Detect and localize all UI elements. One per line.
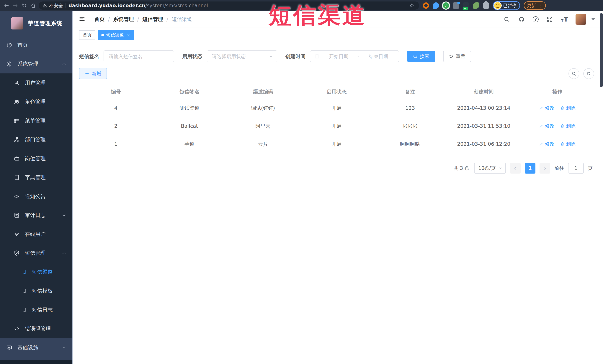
table-row: 2 Ballcat 阿里云 开启 啦啦啦 2021-03-31 11:53:10…	[79, 117, 594, 135]
breadcrumb: 首页 / 系统管理 / 短信管理 / 短信渠道	[94, 16, 192, 23]
profile-emoji-icon	[494, 2, 501, 9]
sidebar-item-error-code-management[interactable]: 错误码管理	[0, 319, 73, 338]
sidebar-item-label: 字典管理	[25, 174, 46, 181]
start-date-placeholder[interactable]: 开始日期	[323, 53, 355, 60]
page-number-button[interactable]: 1	[525, 163, 535, 174]
sidebar-item-infrastructure[interactable]: 基础设施	[0, 338, 73, 357]
browser-reload-icon[interactable]	[21, 2, 28, 9]
breadcrumb-system-management[interactable]: 系统管理	[113, 16, 134, 23]
breadcrumb-home[interactable]: 首页	[94, 16, 105, 23]
date-range-picker[interactable]: 开始日期 - 结束日期	[310, 50, 399, 62]
sidebar-item-label: 岗位管理	[25, 155, 46, 162]
tab-close-icon[interactable]: ×	[127, 33, 130, 37]
search-button[interactable]: 搜索	[407, 51, 435, 62]
edit-link[interactable]: 修改	[539, 105, 555, 111]
goto-page-input[interactable]: 1	[568, 163, 584, 174]
avatar[interactable]	[576, 14, 586, 25]
chevron-down-icon	[269, 54, 273, 59]
sidebar-item-role-management[interactable]: 角色管理	[0, 92, 73, 111]
header-search-icon[interactable]	[503, 16, 510, 23]
end-date-placeholder[interactable]: 结束日期	[362, 53, 394, 60]
col-code: 渠道编码	[226, 85, 300, 99]
next-page-button[interactable]	[540, 163, 550, 174]
extension-grid-icon[interactable]	[453, 2, 459, 9]
browser-back-icon[interactable]	[3, 2, 10, 9]
chevron-down-icon	[498, 166, 503, 170]
browser-forward-icon[interactable]	[12, 2, 19, 9]
delete-label: 删除	[566, 105, 576, 111]
code-icon	[14, 326, 20, 332]
font-size-icon[interactable]: TT	[561, 16, 568, 22]
page-size-select[interactable]: 10条/页	[474, 163, 506, 174]
sidebar-item-label: 短信日志	[32, 306, 53, 313]
sidebar-item-sms-channel[interactable]: 短信渠道	[0, 263, 73, 281]
avatar-caret-down-icon[interactable]	[591, 18, 595, 20]
edit-label: 修改	[545, 141, 555, 147]
sidebar-item-sms-template[interactable]: 短信模板	[0, 281, 73, 300]
extension-on-badge-icon[interactable]	[463, 2, 469, 9]
extension-strip: ✓ 已暂停 更新 ⋮	[423, 1, 546, 10]
browser-home-icon[interactable]	[30, 2, 37, 9]
extension-check-icon[interactable]: ✓	[443, 2, 449, 9]
sidebar-item-post-management[interactable]: 岗位管理	[0, 149, 73, 168]
chevron-up-icon	[62, 62, 67, 66]
tab-home[interactable]: 首页	[79, 30, 95, 40]
page-scrollbar[interactable]	[600, 13, 603, 87]
extension-orange-icon[interactable]	[423, 2, 429, 9]
audit-log-icon	[14, 212, 20, 218]
app-title: 芋道管理系统	[28, 20, 62, 27]
sidebar-item-label: 在线用户	[25, 231, 46, 238]
sidebar-item-audit-log[interactable]: 审计日志	[0, 206, 73, 225]
sidebar-toggle-icon[interactable]	[79, 16, 86, 23]
profile-paused-badge[interactable]: 已暂停	[493, 1, 520, 10]
sign-input[interactable]	[104, 51, 174, 62]
reset-button[interactable]: 重置	[443, 51, 471, 62]
fullscreen-icon[interactable]	[546, 16, 554, 23]
sidebar-item-home[interactable]: 首页	[0, 36, 73, 55]
delete-link[interactable]: 删除	[560, 123, 576, 129]
sidebar-item-online-users[interactable]: 在线用户	[0, 225, 73, 244]
sidebar-item-label: 通知公告	[25, 193, 46, 200]
edit-link[interactable]: 修改	[539, 123, 555, 129]
sidebar-item-sms-log[interactable]: 短信日志	[0, 300, 73, 319]
extension-leaf-icon[interactable]	[473, 2, 479, 9]
prev-page-button[interactable]	[510, 163, 521, 174]
app-logo	[11, 17, 23, 30]
users-icon	[14, 99, 20, 105]
search-button-label: 搜索	[420, 53, 429, 60]
sidebar-item-notice-announcement[interactable]: 通知公告	[0, 187, 73, 206]
gear-icon	[6, 61, 12, 67]
github-icon[interactable]	[518, 16, 525, 23]
security-warning[interactable]: 不安全	[42, 3, 63, 9]
delete-link[interactable]: 删除	[560, 141, 576, 147]
sidebar-item-system-management[interactable]: 系统管理	[0, 55, 73, 73]
extension-drop-icon[interactable]	[433, 2, 439, 9]
pencil-icon	[539, 124, 544, 128]
sidebar-item-menu-management[interactable]: 菜单管理	[0, 111, 73, 130]
sidebar-item-dict-management[interactable]: 字典管理	[0, 168, 73, 187]
toggle-search-button[interactable]	[568, 68, 579, 79]
sidebar-item-department-management[interactable]: 部门管理	[0, 130, 73, 149]
date-range-separator: -	[358, 54, 359, 59]
pagination: 共 3 条 10条/页 1 前往 1 页	[79, 163, 594, 174]
refresh-table-button[interactable]	[583, 68, 594, 79]
bookmark-star-icon[interactable]	[408, 2, 415, 9]
tab-sms-channel[interactable]: 短信渠道 ×	[98, 30, 134, 40]
browser-update-button[interactable]: 更新 ⋮	[524, 1, 546, 10]
breadcrumb-separator: /	[137, 16, 139, 22]
edit-link[interactable]: 修改	[539, 141, 555, 147]
sidebar-item-sms-management[interactable]: 短信管理	[0, 244, 73, 263]
delete-link[interactable]: 删除	[560, 105, 576, 111]
status-select[interactable]: 请选择启用状态	[207, 50, 277, 62]
breadcrumb-sms-management[interactable]: 短信管理	[142, 16, 163, 23]
add-button[interactable]: 新增	[79, 68, 107, 79]
sidebar-item-user-management[interactable]: 用户管理	[0, 73, 73, 92]
edit-label: 修改	[545, 123, 555, 129]
sidebar: 芋道管理系统 首页 系统管理 用户管理	[0, 11, 73, 364]
phone-icon	[22, 269, 27, 275]
extensions-puzzle-icon[interactable]	[483, 2, 489, 9]
status-label: 启用状态	[182, 53, 202, 60]
help-icon[interactable]: ?	[533, 16, 539, 22]
browser-menu-icon[interactable]: ⋮	[538, 3, 543, 8]
app-logo-row[interactable]: 芋道管理系统	[0, 11, 73, 36]
